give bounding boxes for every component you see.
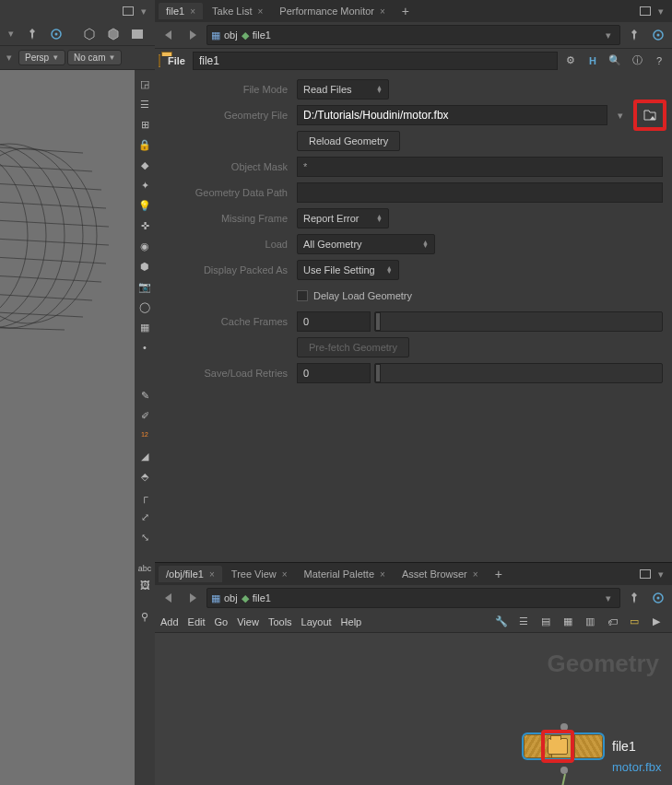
path-seg-file1[interactable]: ◆file1: [242, 592, 271, 604]
tag-icon[interactable]: 🏷: [602, 612, 622, 632]
menu-help[interactable]: Help: [341, 616, 362, 627]
load-select[interactable]: All Geometry▲▼: [297, 234, 435, 254]
path-seg-obj[interactable]: ▦obj: [211, 29, 238, 41]
gear-icon[interactable]: ⚙: [561, 52, 580, 70]
nav-forward-icon[interactable]: [183, 25, 203, 45]
nav-back-icon[interactable]: [159, 588, 179, 608]
tab-file1[interactable]: file1×: [159, 3, 203, 19]
tab-asset-browser[interactable]: Asset Browser×: [395, 566, 486, 582]
camera-menu-dropdown[interactable]: ▾: [2, 52, 17, 64]
close-icon[interactable]: ×: [190, 6, 195, 17]
disp-icon-9[interactable]: ◉: [135, 236, 155, 256]
help-icon[interactable]: ?: [650, 52, 668, 70]
window-max-icon[interactable]: [639, 6, 652, 17]
cache-frames-input[interactable]: [297, 311, 371, 332]
path-seg-obj[interactable]: ▦obj: [211, 592, 238, 604]
disp-icon-8[interactable]: ✜: [135, 216, 155, 236]
close-icon[interactable]: ×: [380, 6, 385, 17]
cache-frames-slider[interactable]: [374, 311, 663, 332]
browse-file-button[interactable]: [643, 108, 657, 123]
disp-icon-17[interactable]: ¹²: [135, 426, 155, 446]
camera-icon[interactable]: 📷: [135, 276, 155, 297]
tab-performance-monitor[interactable]: Performance Monitor×: [272, 3, 393, 19]
pane-menu-dropdown[interactable]: ▾: [654, 6, 668, 18]
search-icon[interactable]: 🔍: [606, 52, 624, 70]
pin-icon[interactable]: [22, 24, 42, 44]
h-icon[interactable]: H: [584, 52, 602, 70]
add-tab-button[interactable]: +: [488, 567, 510, 581]
path-dropdown-icon[interactable]: ▾: [601, 29, 616, 41]
viewport-left-dropdown[interactable]: ▾: [4, 28, 18, 40]
window-max-icon[interactable]: [639, 568, 652, 580]
retries-slider[interactable]: [374, 363, 663, 383]
menu-view[interactable]: View: [237, 616, 259, 627]
geometry-file-input[interactable]: [297, 105, 607, 125]
close-icon[interactable]: ×: [380, 569, 385, 580]
disp-icon-1[interactable]: ◲: [135, 74, 155, 94]
disp-icon-10[interactable]: ⬢: [135, 256, 155, 276]
retries-input[interactable]: [297, 363, 371, 383]
cube-select-icon[interactable]: [103, 24, 124, 44]
object-mask-input[interactable]: [297, 157, 663, 177]
target-icon[interactable]: [46, 24, 66, 44]
geometry-file-dropdown-icon[interactable]: ▾: [613, 110, 628, 122]
geom-data-path-input[interactable]: [297, 182, 663, 203]
layout-icon[interactable]: ▤: [536, 612, 556, 632]
disp-icon-3[interactable]: ⊞: [135, 114, 155, 135]
pane-menu-dropdown[interactable]: ▾: [136, 6, 151, 18]
pane-menu-dropdown[interactable]: ▾: [654, 568, 668, 580]
wrench-icon[interactable]: 🔧: [491, 612, 512, 632]
menu-layout[interactable]: Layout: [301, 616, 332, 627]
disp-icon-19[interactable]: ⬘: [135, 466, 155, 486]
marker-icon[interactable]: ⚲: [135, 606, 155, 627]
nav-back-icon[interactable]: [159, 25, 179, 45]
disp-icon-13[interactable]: ▦: [135, 317, 155, 337]
network-path-field[interactable]: ▦obj ◆file1 ▾: [206, 588, 620, 608]
path-seg-file1[interactable]: ◆file1: [242, 29, 271, 41]
menu-add[interactable]: Add: [160, 616, 179, 627]
delay-load-checkbox[interactable]: [297, 290, 308, 301]
target-icon[interactable]: [648, 588, 668, 608]
image-icon[interactable]: 🖼: [135, 575, 155, 595]
close-icon[interactable]: ×: [209, 569, 215, 580]
tab-obj-file1[interactable]: /obj/file1×: [159, 566, 222, 582]
close-icon[interactable]: ×: [257, 6, 263, 17]
info-icon[interactable]: ⓘ: [628, 52, 646, 70]
path-dropdown-icon[interactable]: ▾: [601, 592, 616, 604]
columns-icon[interactable]: ▥: [580, 612, 600, 632]
disp-icon-5[interactable]: ◆: [135, 155, 155, 175]
pin-icon[interactable]: [624, 25, 644, 45]
rect-icon[interactable]: [127, 24, 147, 44]
disp-icon-2[interactable]: ☰: [135, 94, 155, 114]
cube-icon[interactable]: [79, 24, 100, 44]
persp-dropdown[interactable]: Persp▼: [18, 50, 65, 65]
prefetch-geometry-button[interactable]: Pre-fetch Geometry: [297, 337, 409, 357]
close-icon[interactable]: ×: [473, 569, 478, 580]
nocam-dropdown[interactable]: No cam▼: [67, 50, 122, 65]
pin-icon[interactable]: [624, 588, 644, 608]
add-tab-button[interactable]: +: [395, 4, 417, 18]
lock-icon[interactable]: 🔒: [135, 135, 155, 155]
viewport-3d[interactable]: ◲ ☰ ⊞ 🔒 ◆ ✦ 💡 ✜ ◉ ⬢ 📷 ◯ ▦ • ✎ ✐ ¹² ◢ ⬘: [0, 70, 155, 785]
menu-tools[interactable]: Tools: [268, 616, 292, 627]
note-icon[interactable]: ▭: [624, 612, 644, 632]
node-name-input[interactable]: [193, 52, 558, 70]
menu-go[interactable]: Go: [215, 616, 229, 627]
light-icon[interactable]: 💡: [135, 195, 155, 216]
tab-tree-view[interactable]: Tree View×: [224, 566, 295, 582]
tab-take-list[interactable]: Take List×: [205, 3, 270, 19]
file-mode-select[interactable]: Read Files ▲▼: [297, 79, 389, 100]
target-icon[interactable]: [648, 25, 668, 45]
disp-icon-15[interactable]: ✎: [135, 385, 155, 405]
display-as-select[interactable]: Use File Setting▲▼: [297, 260, 399, 280]
close-icon[interactable]: ×: [282, 569, 288, 580]
grid-colors-icon[interactable]: ▦: [558, 612, 578, 632]
reload-geometry-button[interactable]: Reload Geometry: [297, 131, 400, 151]
menu-edit[interactable]: Edit: [188, 616, 206, 627]
node-file1[interactable]: file1: [524, 734, 636, 758]
disp-icon-6[interactable]: ✦: [135, 175, 155, 195]
list-icon[interactable]: ☰: [513, 612, 534, 632]
disp-icon-21[interactable]: ⤢: [135, 507, 155, 527]
disp-icon-20[interactable]: ┌: [135, 486, 155, 507]
disp-icon-22[interactable]: ⤡: [135, 527, 155, 547]
